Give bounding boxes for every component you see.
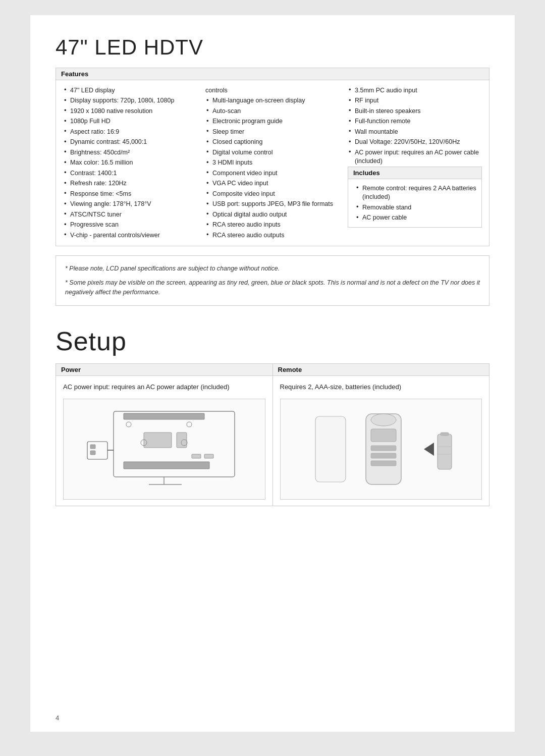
features-section: Features 47" LED displayDisplay supports… bbox=[56, 68, 489, 246]
feature-item: Full-function remote bbox=[348, 117, 482, 127]
feature-item: Dynamic contrast: 45,000:1 bbox=[63, 137, 197, 148]
svg-rect-21 bbox=[371, 453, 396, 458]
feature-item: Aspect ratio: 16:9 bbox=[63, 127, 197, 137]
power-header: Power bbox=[56, 364, 272, 376]
include-item: AC power cable bbox=[355, 213, 477, 224]
note-1: * Please note, LCD panel specifications … bbox=[65, 264, 480, 274]
features-col-1: 47" LED displayDisplay supports: 720p, 1… bbox=[59, 85, 201, 241]
svg-rect-13 bbox=[90, 451, 95, 455]
feature-item: controls bbox=[205, 85, 340, 96]
page-number: 4 bbox=[56, 714, 59, 722]
feature-item: USB port: supports JPEG, MP3 file format… bbox=[205, 199, 340, 210]
feature-item: Progressive scan bbox=[63, 220, 197, 231]
tv-back-diagram bbox=[83, 406, 245, 492]
svg-rect-14 bbox=[192, 454, 201, 458]
features-col-3: 3.5mm PC audio inputRF inputBuilt-in ste… bbox=[344, 85, 486, 241]
feature-item: VGA PC video input bbox=[205, 179, 340, 189]
svg-rect-16 bbox=[315, 416, 346, 482]
svg-rect-20 bbox=[371, 446, 396, 451]
feature-item: Refresh rate: 120Hz bbox=[63, 179, 197, 189]
feature-item: Contrast: 1400:1 bbox=[63, 168, 197, 179]
feature-item: Viewing angle: 178°H, 178°V bbox=[63, 199, 197, 210]
remote-header: Remote bbox=[273, 364, 489, 376]
feature-item: Component video input bbox=[205, 168, 340, 179]
feature-item: Display supports: 720p, 1080i, 1080p bbox=[63, 96, 197, 106]
svg-rect-8 bbox=[124, 462, 209, 469]
feature-item: Auto-scan bbox=[205, 106, 340, 117]
svg-rect-12 bbox=[90, 445, 95, 449]
feature-item: Built-in stereo speakers bbox=[348, 106, 482, 117]
feature-item: RCA stereo audio inputs bbox=[205, 220, 340, 231]
svg-rect-11 bbox=[87, 442, 107, 459]
feature-item: Dual Voltage: 220V/50Hz, 120V/60Hz bbox=[348, 137, 482, 148]
feature-item: AC power input: requires an AC power cab… bbox=[348, 147, 482, 167]
includes-header: Includes bbox=[348, 167, 481, 179]
feature-item: Composite video input bbox=[205, 189, 340, 199]
features-header: Features bbox=[56, 68, 489, 80]
setup-title: Setup bbox=[56, 326, 489, 356]
features-list-3: 3.5mm PC audio inputRF inputBuilt-in ste… bbox=[348, 85, 482, 167]
feature-item: Brightness: 450cd/m² bbox=[63, 147, 197, 158]
feature-item: V-chip - parental controls/viewer bbox=[63, 230, 197, 241]
feature-item: 3.5mm PC audio input bbox=[348, 85, 482, 96]
svg-rect-24 bbox=[441, 433, 449, 436]
svg-rect-15 bbox=[204, 454, 213, 458]
feature-item: 47" LED display bbox=[63, 85, 197, 96]
feature-item: Wall mountable bbox=[348, 127, 482, 137]
feature-item: ATSC/NTSC tuner bbox=[63, 209, 197, 220]
svg-rect-4 bbox=[144, 433, 172, 448]
arrow-icon bbox=[424, 443, 434, 456]
power-diagram bbox=[63, 399, 265, 500]
include-item: Remote control: requires 2 AAA batteries… bbox=[355, 183, 477, 202]
feature-item: RCA stereo audio outputs bbox=[205, 230, 340, 241]
svg-rect-23 bbox=[438, 434, 452, 469]
feature-item: 1080p Full HD bbox=[63, 117, 197, 127]
svg-point-3 bbox=[187, 422, 192, 427]
feature-item: Electronic program guide bbox=[205, 117, 340, 127]
product-title: 47" LED HDTV bbox=[56, 35, 489, 60]
feature-item: 1920 x 1080 native resolution bbox=[63, 106, 197, 117]
feature-item: Sleep timer bbox=[205, 127, 340, 137]
features-list-2: controlsMulti-language on-screen display… bbox=[205, 85, 340, 241]
power-section: Power AC power input: requires an AC pow… bbox=[56, 364, 273, 506]
setup-section: Power AC power input: requires an AC pow… bbox=[56, 363, 489, 507]
feature-item: Closed captioning bbox=[205, 137, 340, 148]
feature-item: Digital volume control bbox=[205, 147, 340, 158]
svg-rect-22 bbox=[371, 461, 396, 466]
remote-control-diagram bbox=[300, 406, 462, 492]
include-item: Removable stand bbox=[355, 202, 477, 213]
svg-rect-19 bbox=[371, 429, 396, 442]
includes-section: Includes Remote control: requires 2 AAA … bbox=[348, 167, 482, 228]
features-list-1: 47" LED displayDisplay supports: 720p, 1… bbox=[63, 85, 197, 241]
svg-rect-1 bbox=[124, 413, 204, 419]
remote-description: Requires 2, AAA-size, batteries (include… bbox=[280, 382, 482, 392]
feature-item: 3 HDMI inputs bbox=[205, 158, 340, 169]
notes-section: * Please note, LCD panel specifications … bbox=[56, 255, 489, 306]
feature-item: Response time: <5ms bbox=[63, 189, 197, 199]
svg-point-18 bbox=[371, 414, 396, 426]
includes-list: Remote control: requires 2 AAA batteries… bbox=[348, 179, 481, 227]
remote-section: Remote Requires 2, AAA-size, batteries (… bbox=[273, 364, 489, 506]
feature-item: Max color: 16.5 million bbox=[63, 158, 197, 169]
note-2: * Some pixels may be visible on the scre… bbox=[65, 278, 480, 297]
feature-item: RF input bbox=[348, 96, 482, 106]
features-col-2: controlsMulti-language on-screen display… bbox=[201, 85, 344, 241]
power-description: AC power input: requires an AC power ada… bbox=[63, 382, 265, 392]
feature-item: Optical digital audio output bbox=[205, 209, 340, 220]
svg-point-2 bbox=[126, 422, 131, 427]
remote-diagram bbox=[280, 399, 482, 500]
feature-item: Multi-language on-screen display bbox=[205, 96, 340, 106]
